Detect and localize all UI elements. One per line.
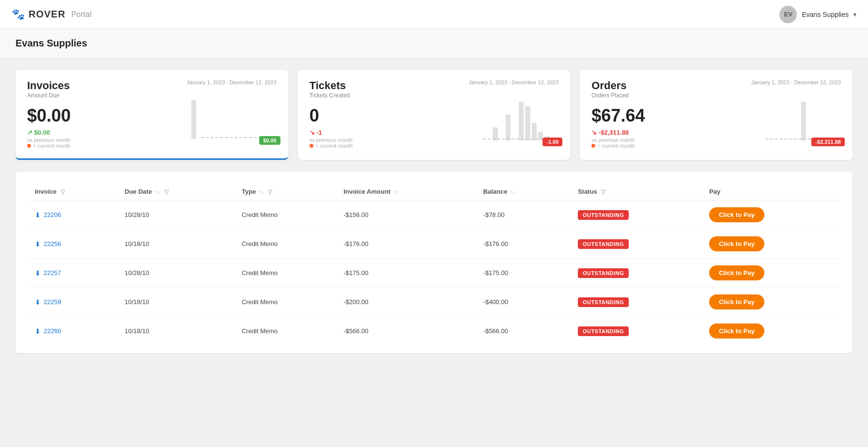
invoices-table: Invoice▽Due Date↑↓▽Type↑↓▽Invoice Amount… [27,183,841,345]
col-label-5: Status [578,188,597,195]
status-cell-1: OUTSTANDING [570,230,701,259]
type-cell-2: Credit Memo [234,259,336,288]
type-cell-1: Credit Memo [234,230,336,259]
legend-dot-2 [591,144,595,148]
main-content: Invoices Amount Due January 1, 2023 - De… [0,58,868,365]
table-row: ⬇ 22206 10/28/10 Credit Memo -$156.00 -$… [27,200,841,230]
avatar: EV [779,6,797,23]
balance-cell-2: -$175.00 [476,259,570,288]
invoice-cell-4: ⬇ 22260 [27,317,117,346]
invoice-number-2[interactable]: 22257 [44,269,61,277]
card-title-1: Tickets [310,79,350,92]
pay-button-3[interactable]: Click to Pay [709,294,764,309]
logo-text: ROVER [29,9,65,20]
summary-card-invoices: Invoices Amount Due January 1, 2023 - De… [16,70,288,160]
legend-dot-1 [310,144,313,148]
balance-cell-4: -$566.00 [476,317,570,346]
table-row: ⬇ 22256 10/18/10 Credit Memo -$176.00 -$… [27,230,841,259]
col-header-status[interactable]: Status▽ [570,183,701,200]
invoice-number-1[interactable]: 22256 [44,240,61,247]
invoice-link-0[interactable]: ⬇ 22206 [35,211,109,219]
chart-bar [525,106,530,140]
filter-icon-2[interactable]: ▽ [268,188,272,195]
due-date-cell-1: 10/18/10 [117,230,234,259]
invoice-number-0[interactable]: 22206 [44,211,61,218]
invoice-number-4[interactable]: 22260 [44,327,61,335]
status-badge-1: OUTSTANDING [578,239,629,249]
chevron-down-icon: ▾ [853,11,856,18]
legend-dot-0 [27,144,31,148]
invoice-amount-cell-4: -$566.00 [336,317,475,346]
download-icon-1: ⬇ [35,240,41,248]
type-cell-4: Credit Memo [234,317,336,346]
invoice-amount-cell-0: -$156.00 [336,200,475,230]
table-row: ⬇ 22260 10/18/10 Credit Memo -$566.00 -$… [27,317,841,346]
status-badge-3: OUTSTANDING [578,297,629,307]
card-chart-0: $0.00 [191,70,288,158]
pay-cell-3: Click to Pay [701,288,841,317]
pay-cell-1: Click to Pay [701,230,841,259]
status-badge-4: OUTSTANDING [578,326,629,336]
card-title-2: Orders [591,79,629,92]
chart-bar [532,123,537,140]
col-header-due-date[interactable]: Due Date↑↓▽ [117,183,234,200]
status-badge-2: OUTSTANDING [578,268,629,278]
filter-icon-5[interactable]: ▽ [601,188,605,195]
filter-icon-1[interactable]: ▽ [164,188,169,195]
filter-icon-0[interactable]: ▽ [61,188,65,195]
invoice-link-3[interactable]: ⬇ 22259 [35,298,109,306]
invoice-cell-3: ⬇ 22259 [27,288,117,317]
invoice-number-3[interactable]: 22259 [44,298,61,306]
pay-button-0[interactable]: Click to Pay [709,207,764,222]
sort-icon-1[interactable]: ↑↓ [155,189,160,195]
pay-cell-4: Click to Pay [701,317,841,346]
col-header-invoice[interactable]: Invoice▽ [27,183,117,200]
sort-icon-2[interactable]: ↑↓ [259,189,264,195]
download-icon-3: ⬇ [35,298,41,306]
col-label-3: Invoice Amount [343,188,390,195]
chart-bar [519,102,524,140]
card-title-0: Invoices [27,79,70,92]
card-subtitle-0: Amount Due [27,92,70,99]
chart-bar [506,115,511,140]
chart-badge-2: -$2,311.88 [811,138,845,146]
pay-button-2[interactable]: Click to Pay [709,265,764,280]
invoice-cell-0: ⬇ 22206 [27,200,117,230]
type-cell-0: Credit Memo [234,200,336,230]
summary-card-orders: Orders Orders Placed January 1, 2023 - D… [580,70,852,160]
download-icon-4: ⬇ [35,327,41,335]
status-cell-2: OUTSTANDING [570,259,701,288]
col-label-0: Invoice [35,188,57,195]
pay-button-1[interactable]: Click to Pay [709,236,764,251]
card-subtitle-1: Tickets Created [310,92,350,99]
invoice-link-4[interactable]: ⬇ 22260 [35,327,109,335]
col-header-pay: Pay [701,183,841,200]
table-row: ⬇ 22257 10/28/10 Credit Memo -$175.00 -$… [27,259,841,288]
col-header-balance[interactable]: Balance↑↓ [476,183,570,200]
col-label-2: Type [242,188,256,195]
due-date-cell-2: 10/28/10 [117,259,234,288]
card-chart-1: -1.00 [473,70,570,160]
invoice-cell-1: ⬇ 22256 [27,230,117,259]
chart-badge-0: $0.00 [259,136,280,145]
chart-bar [801,102,806,140]
app-header: 🐾 ROVER Portal EV Evans Supplies ▾ [0,0,868,29]
status-cell-3: OUTSTANDING [570,288,701,317]
balance-cell-0: -$78.00 [476,200,570,230]
sort-icon-4[interactable]: ↑↓ [510,189,515,195]
col-label-6: Pay [709,188,720,195]
pay-button-4[interactable]: Click to Pay [709,324,764,339]
invoice-link-2[interactable]: ⬇ 22257 [35,269,109,277]
status-cell-4: OUTSTANDING [570,317,701,346]
summary-cards: Invoices Amount Due January 1, 2023 - De… [16,70,852,160]
sort-icon-3[interactable]: ↑↓ [393,189,399,195]
invoice-link-1[interactable]: ⬇ 22256 [35,240,109,248]
invoice-cell-2: ⬇ 22257 [27,259,117,288]
col-header-invoice-amount[interactable]: Invoice Amount↑↓ [336,183,475,200]
table-row: ⬇ 22259 10/18/10 Credit Memo -$200.00 -$… [27,288,841,317]
status-badge-0: OUTSTANDING [578,210,629,220]
user-menu[interactable]: EV Evans Supplies ▾ [779,6,856,23]
due-date-cell-0: 10/28/10 [117,200,234,230]
due-date-cell-4: 10/18/10 [117,317,234,346]
col-header-type[interactable]: Type↑↓▽ [234,183,336,200]
